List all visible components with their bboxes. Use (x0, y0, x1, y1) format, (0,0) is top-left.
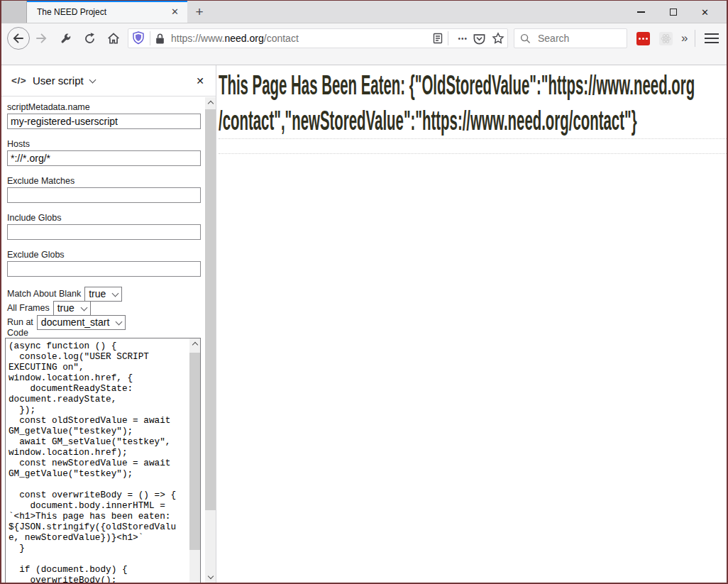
reload-icon (84, 33, 96, 45)
page-actions: ••• (432, 31, 504, 45)
navigation-toolbar: https://www.need.org/contact ••• Search … (1, 23, 727, 53)
exclude-globs-input[interactable] (7, 261, 201, 277)
sidebar-header: </> User script ✕ (1, 65, 216, 97)
run-at-row: Run at document_start (7, 315, 216, 329)
field-label: Hosts (7, 139, 216, 149)
code-text[interactable]: (async function () { console.log("USER S… (6, 338, 200, 583)
code-scrollbar-thumb[interactable] (189, 353, 200, 550)
search-bar[interactable]: Search (514, 28, 627, 48)
extension-red-icon[interactable] (636, 32, 650, 45)
new-tab-button[interactable]: + (187, 1, 211, 23)
heading-line-2: /contact","newStoredValue":"https://www.… (219, 103, 491, 138)
url-text[interactable]: https://www.need.org/contact (171, 33, 432, 44)
maximize-icon (670, 9, 677, 16)
field-label: scriptMetadata.name (7, 102, 216, 112)
tab-title: The NEED Project (37, 7, 168, 17)
toolbar-separator (695, 30, 695, 47)
code-brackets-icon: </> (11, 75, 26, 86)
browser-window: The NEED Project ✕ + ✕ https:// (0, 0, 728, 584)
code-label: Code (7, 328, 28, 338)
script-name-input[interactable] (7, 114, 201, 129)
minimize-button[interactable] (625, 1, 657, 23)
page-actions-separator (448, 31, 448, 45)
atom-icon (661, 33, 671, 44)
titlebar-spacer (1, 1, 27, 23)
sidebar-body: scriptMetadata.name Hosts Exclude Matche… (1, 97, 216, 583)
select-chevron-icon (112, 290, 119, 297)
wrench-icon (60, 33, 72, 45)
field-exclude-matches: Exclude Matches (7, 176, 216, 203)
maximize-button[interactable] (657, 1, 689, 23)
field-label: Exclude Matches (7, 176, 216, 186)
scroll-up-icon[interactable] (189, 338, 200, 349)
dotted-divider (219, 138, 727, 154)
page-content: This Page Has Been Eaten: {"OldStoredVal… (216, 65, 727, 583)
page-actions-menu-icon[interactable]: ••• (458, 35, 468, 43)
userscript-sidebar: </> User script ✕ scriptMetadata.name Ho… (1, 65, 216, 583)
field-script-name: scriptMetadata.name (7, 102, 216, 129)
code-editor[interactable]: (async function () { console.log("USER S… (5, 338, 201, 583)
sidebar-scrollbar-thumb[interactable] (205, 109, 216, 510)
code-scrollbar[interactable] (189, 338, 200, 583)
include-globs-input[interactable] (7, 224, 201, 240)
select-label: Run at (7, 317, 33, 327)
all-frames-select[interactable]: true (53, 301, 91, 316)
minimize-icon (637, 11, 645, 12)
window-controls: ✕ (625, 1, 721, 23)
reader-mode-icon[interactable] (432, 33, 443, 44)
url-bar[interactable]: https://www.need.org/contact ••• (128, 28, 508, 48)
reload-button[interactable] (79, 33, 99, 45)
back-button[interactable] (7, 27, 30, 50)
content-area: </> User script ✕ scriptMetadata.name Ho… (1, 65, 727, 583)
tracking-protection-shield-icon[interactable] (131, 31, 145, 46)
heading-line-1: This Page Has Been Eaten: {"OldStoredVal… (219, 67, 491, 103)
select-chevron-icon (116, 318, 123, 325)
extension-disabled-icon[interactable] (659, 32, 673, 45)
overflow-menu-icon[interactable]: » (681, 31, 686, 45)
sidebar-close-icon[interactable]: ✕ (194, 74, 206, 88)
active-tab-stripe (27, 1, 187, 2)
tab-bar: The NEED Project ✕ + ✕ (1, 1, 727, 23)
field-include-globs: Include Globs (7, 213, 216, 240)
home-icon (107, 32, 120, 45)
select-label: All Frames (7, 303, 50, 313)
scroll-up-icon[interactable] (205, 97, 216, 108)
all-frames-row: All Frames true (7, 301, 216, 315)
pocket-icon[interactable] (473, 32, 486, 45)
field-hosts: Hosts (7, 139, 216, 166)
back-arrow-icon (12, 32, 25, 45)
hosts-input[interactable] (7, 150, 201, 166)
page-heading: This Page Has Been Eaten: {"OldStoredVal… (219, 67, 491, 138)
search-icon (520, 33, 531, 44)
run-at-select[interactable]: document_start (37, 315, 126, 330)
home-button[interactable] (104, 32, 123, 45)
exclude-matches-input[interactable] (7, 187, 201, 203)
field-label: Include Globs (7, 213, 216, 223)
userscript-wrench-button[interactable] (55, 33, 75, 45)
field-label: Exclude Globs (7, 250, 216, 260)
sidebar-title: User script (33, 75, 84, 87)
bookmark-star-icon[interactable] (492, 32, 504, 45)
close-button[interactable]: ✕ (689, 1, 721, 23)
forward-button[interactable] (31, 32, 51, 45)
match-about-blank-select[interactable]: true (84, 287, 122, 302)
select-chevron-icon (80, 304, 87, 311)
field-exclude-globs: Exclude Globs (7, 250, 216, 277)
match-about-blank-row: Match About Blank true (7, 287, 216, 301)
app-menu-button[interactable] (702, 29, 721, 48)
sidebar-title-chevron-icon[interactable] (89, 76, 96, 83)
scroll-down-icon[interactable] (205, 572, 216, 583)
lock-icon (155, 33, 165, 45)
urlbar-separator (150, 31, 150, 45)
sidebar-scrollbar[interactable] (205, 97, 216, 583)
tab-close-icon[interactable]: ✕ (168, 5, 182, 18)
tab-need-project[interactable]: The NEED Project ✕ (27, 1, 187, 23)
bookmarks-toolbar (1, 53, 727, 65)
select-label: Match About Blank (7, 289, 81, 299)
search-placeholder: Search (538, 33, 569, 44)
forward-arrow-icon (35, 32, 48, 45)
